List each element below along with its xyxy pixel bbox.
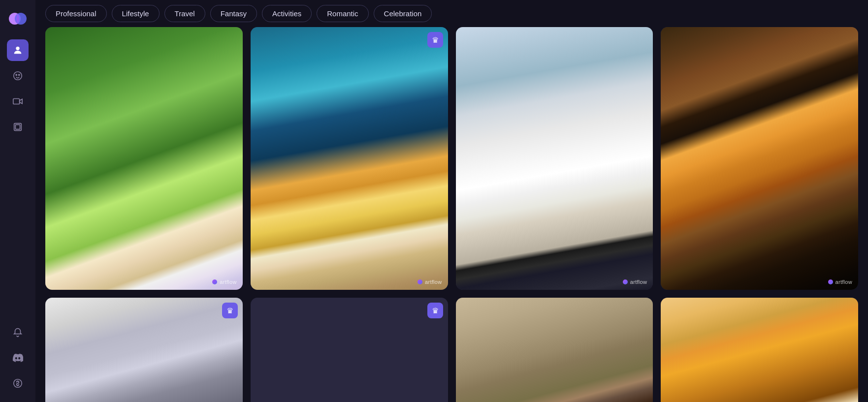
- svg-point-5: [19, 74, 20, 75]
- image-placeholder-4: [661, 27, 858, 290]
- sidebar-video-btn[interactable]: [7, 91, 29, 112]
- watermark-1: artflow: [212, 279, 237, 285]
- main-content: Professional Lifestyle Travel Fantasy Ac…: [35, 0, 868, 402]
- svg-rect-8: [15, 124, 20, 129]
- image-placeholder-6: [251, 298, 448, 402]
- crown-badge-6: ♛: [427, 303, 443, 318]
- gallery-item-7[interactable]: artflow: [456, 298, 653, 402]
- watermark-3: artflow: [623, 279, 647, 285]
- image-placeholder-8: [661, 298, 858, 402]
- tab-activities[interactable]: Activities: [262, 5, 312, 22]
- crown-badge-5: ♛: [222, 303, 238, 318]
- tab-romantic[interactable]: Romantic: [317, 5, 368, 22]
- gallery-item-6[interactable]: ♛ artflow: [251, 298, 448, 402]
- gallery-item-8[interactable]: artflow: [661, 298, 858, 402]
- image-placeholder-3: [456, 27, 653, 290]
- gallery-item-2[interactable]: ♛ artflow: [251, 27, 448, 290]
- category-tabs: Professional Lifestyle Travel Fantasy Ac…: [35, 0, 868, 27]
- tab-lifestyle[interactable]: Lifestyle: [112, 5, 160, 22]
- sidebar-notifications-btn[interactable]: [7, 321, 29, 343]
- app-logo: [7, 8, 29, 30]
- svg-point-2: [16, 47, 19, 50]
- image-placeholder-5: [45, 298, 243, 402]
- tab-celebration[interactable]: Celebration: [374, 5, 432, 22]
- gallery-item-1[interactable]: artflow: [45, 27, 243, 290]
- tab-fantasy[interactable]: Fantasy: [210, 5, 257, 22]
- svg-rect-6: [13, 99, 20, 104]
- sidebar-face-btn[interactable]: [7, 65, 29, 87]
- gallery-item-5[interactable]: ♛ artflow: [45, 298, 243, 402]
- sidebar-layers-btn[interactable]: [7, 116, 29, 138]
- sidebar-credits-btn[interactable]: [7, 372, 29, 394]
- crown-badge-2: ♛: [427, 32, 443, 48]
- image-placeholder-1: [45, 27, 243, 290]
- sidebar-profile-btn[interactable]: [7, 39, 29, 61]
- gallery-container: artflow ♛ artflow artflow artflow ♛ artf…: [35, 27, 868, 402]
- tab-travel[interactable]: Travel: [164, 5, 205, 22]
- svg-point-3: [14, 72, 22, 80]
- sidebar-discord-btn[interactable]: [7, 347, 29, 369]
- image-placeholder-7: [456, 298, 653, 402]
- sidebar: [0, 0, 35, 402]
- tab-professional[interactable]: Professional: [45, 5, 107, 22]
- gallery-item-4[interactable]: artflow: [661, 27, 858, 290]
- watermark-4: artflow: [828, 279, 853, 285]
- watermark-2: artflow: [418, 279, 442, 285]
- gallery-grid: artflow ♛ artflow artflow artflow ♛ artf…: [45, 27, 858, 402]
- gallery-item-3[interactable]: artflow: [456, 27, 653, 290]
- svg-point-4: [16, 74, 17, 75]
- image-placeholder-2: [251, 27, 448, 290]
